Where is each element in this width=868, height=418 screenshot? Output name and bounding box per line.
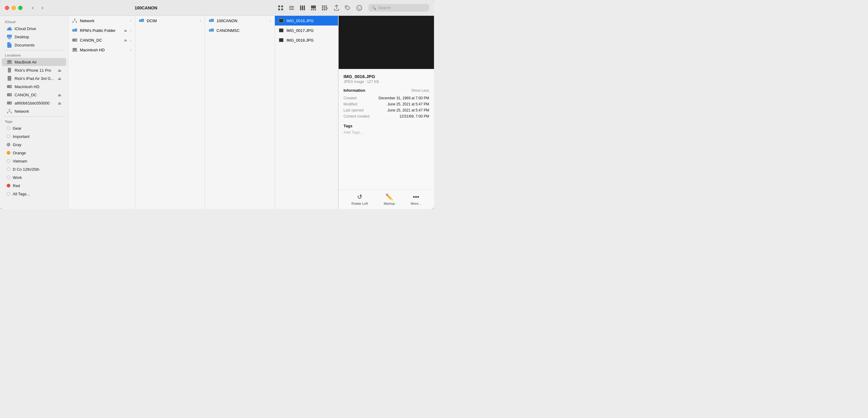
preview-filename: IMG_0016.JPG xyxy=(343,74,429,79)
sidebar-tag-gear[interactable]: Gear xyxy=(2,124,66,132)
eject-icon-iphone[interactable]: ⏏ xyxy=(58,68,61,72)
svg-rect-41 xyxy=(7,101,12,104)
minimize-button[interactable] xyxy=(11,6,16,10)
sidebar-item-icloud-drive[interactable]: iCloud Drive xyxy=(2,25,66,32)
col1-network-icon xyxy=(72,18,78,23)
sidebar-separator-2 xyxy=(4,116,64,117)
more-icon: ••• xyxy=(413,193,419,201)
sidebar-tag-important[interactable]: Important xyxy=(2,132,66,140)
svg-rect-7 xyxy=(300,5,301,10)
info-created-value: December 31, 1969 at 7:00 PM xyxy=(378,96,429,100)
sidebar-item-network[interactable]: Network xyxy=(2,107,66,115)
sidebar-item-macbook-air[interactable]: MacBook Air xyxy=(2,58,66,66)
show-less-button[interactable]: Show Less xyxy=(411,88,429,93)
col4-img0016[interactable]: IMG_0016.JPG xyxy=(275,16,338,26)
sidebar-tag-gray-label: Gray xyxy=(13,143,61,147)
svg-point-38 xyxy=(10,86,11,87)
col3-100canon[interactable]: 100CANON › xyxy=(205,16,275,26)
sidebar-tag-vietnam[interactable]: Vietnam xyxy=(2,157,66,165)
sidebar-tag-gear-label: Gear xyxy=(13,126,61,131)
svg-point-34 xyxy=(9,72,10,72)
sidebar-tag-work-label: Work xyxy=(13,175,61,180)
sidebar-item-macintosh-label: Macintosh HD xyxy=(14,85,61,89)
svg-rect-49 xyxy=(72,38,77,41)
search-icon: 🔍 xyxy=(371,5,376,10)
col1-rpms[interactable]: RPM's Public Folder ⏏ › xyxy=(68,26,135,35)
col2-dcim[interactable]: DCIM › xyxy=(135,16,205,26)
sidebar-tag-all-tags[interactable]: All Tags... xyxy=(2,190,66,198)
nav-buttons: ‹ › xyxy=(29,4,47,12)
col4-img0018-label: IMG_0018.JPG xyxy=(286,38,334,42)
sidebar-tag-red[interactable]: Red xyxy=(2,182,66,189)
rotate-left-button[interactable]: ↺ Rotate Left xyxy=(351,193,368,205)
sidebar-item-ipad[interactable]: Rick's iPad Air 3rd G... ⏏ xyxy=(2,74,66,82)
tag-circle-all xyxy=(7,192,10,196)
col3-canonmsc-label: CANONMSC xyxy=(217,28,271,33)
sidebar-item-a860[interactable]: a860b61bdc050000 ⏏ xyxy=(2,99,66,107)
sidebar-tag-dco-label: D Co 12th/25th xyxy=(13,167,61,172)
eject-rpms[interactable]: ⏏ xyxy=(124,29,127,32)
sidebar-tag-dco[interactable]: D Co 12th/25th xyxy=(2,165,66,173)
sidebar-item-desktop-label: Desktop xyxy=(14,35,61,39)
col1-macintosh[interactable]: Macintosh HD › xyxy=(68,45,135,55)
list-view-button[interactable] xyxy=(286,3,297,12)
markup-button[interactable]: ✏️ Markup xyxy=(383,193,395,205)
tags-title: Tags xyxy=(343,124,429,128)
col1-mac-arrow: › xyxy=(130,48,131,52)
col4-img0017[interactable]: IMG_0017.JPG xyxy=(275,26,338,35)
svg-rect-17 xyxy=(322,7,323,8)
sidebar-tag-orange[interactable]: Orange xyxy=(2,149,66,157)
rotate-left-label: Rotate Left xyxy=(351,202,368,205)
search-box[interactable]: 🔍 xyxy=(368,4,429,11)
eject-icon-ipad[interactable]: ⏏ xyxy=(58,76,61,81)
col3-canonmsc[interactable]: CANONMSC xyxy=(205,26,275,35)
forward-button[interactable]: › xyxy=(38,4,47,12)
col1-canon-icon xyxy=(72,37,78,43)
sidebar-separator-1 xyxy=(4,50,64,51)
col1-network[interactable]: Network › xyxy=(68,16,135,26)
sidebar-tag-important-label: Important xyxy=(13,134,61,139)
document-icon xyxy=(7,42,12,48)
col4-img0018[interactable]: IMG_0018.JPG xyxy=(275,35,338,45)
svg-point-25 xyxy=(357,5,362,10)
emoji-button[interactable] xyxy=(354,3,365,13)
col1-canon-dc[interactable]: CANON_DC ⏏ › xyxy=(68,35,135,45)
sidebar-tag-work[interactable]: Work xyxy=(2,174,66,181)
col2-dcim-icon xyxy=(139,18,144,23)
svg-rect-37 xyxy=(7,85,12,88)
col1-rpms-label: RPM's Public Folder xyxy=(80,28,122,33)
more-label: More... xyxy=(411,202,421,205)
network-icon xyxy=(7,109,12,114)
svg-point-46 xyxy=(74,19,75,20)
sidebar-item-canon-dc[interactable]: CANON_DC ⏏ xyxy=(2,91,66,99)
finder-window: ‹ › 100CANON xyxy=(0,0,434,209)
maximize-button[interactable] xyxy=(18,6,23,10)
col1-canon-arrow: › xyxy=(130,38,131,42)
tag-button[interactable] xyxy=(342,3,353,12)
icloud-section-label: iCloud xyxy=(0,18,68,24)
close-button[interactable] xyxy=(5,6,9,10)
more-button[interactable]: ••• More... xyxy=(411,193,421,205)
sidebar-item-macintosh-hd[interactable]: Macintosh HD xyxy=(2,83,66,91)
sidebar-item-desktop[interactable]: Desktop xyxy=(2,33,66,41)
sidebar-item-a860-label: a860b61bdc050000 xyxy=(14,101,55,106)
add-tags[interactable]: Add Tags... xyxy=(343,130,429,135)
icon-view-button[interactable] xyxy=(276,3,286,12)
eject-col1-canon[interactable]: ⏏ xyxy=(124,38,127,42)
sidebar-item-documents[interactable]: Documents xyxy=(2,41,66,49)
column-view-button[interactable] xyxy=(297,3,308,12)
eject-icon-a860[interactable]: ⏏ xyxy=(58,101,61,106)
back-button[interactable]: ‹ xyxy=(29,4,37,12)
column-4: IMG_0016.JPG IMG_0017.JPG xyxy=(275,16,338,209)
apps-button[interactable] xyxy=(319,3,331,12)
sidebar-item-iphone[interactable]: Rick's iPhone 11 Pro ⏏ xyxy=(2,66,66,74)
share-button[interactable] xyxy=(331,3,342,13)
col3-canonmsc-icon xyxy=(209,28,214,33)
sidebar-tag-gray[interactable]: Gray xyxy=(2,141,66,149)
gallery-view-button[interactable] xyxy=(308,3,318,12)
svg-point-24 xyxy=(346,6,347,7)
search-input[interactable] xyxy=(378,5,424,10)
info-content-created-label: Content created xyxy=(343,114,369,118)
toolbar-icons xyxy=(276,3,365,13)
eject-icon-canon[interactable]: ⏏ xyxy=(58,93,61,97)
